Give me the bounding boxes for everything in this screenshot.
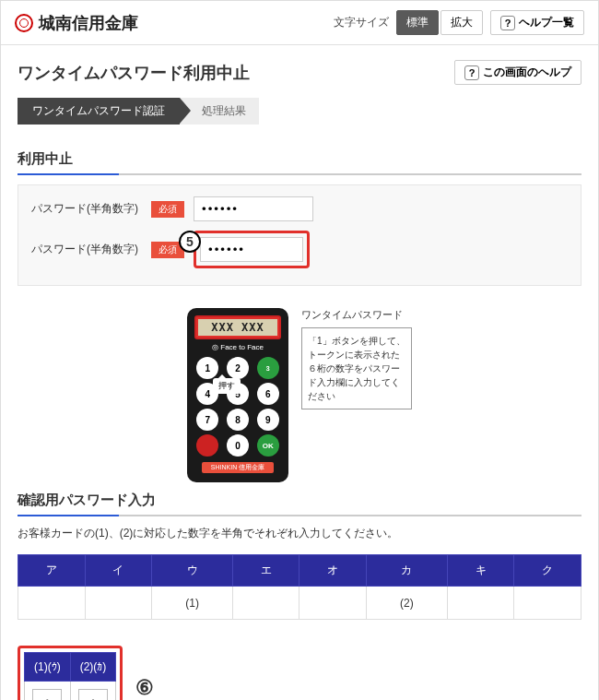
font-standard-button[interactable]: 標準 <box>396 10 439 35</box>
password-row-1: パスワード(半角数字) 必須 <box>31 196 568 221</box>
token-brand: ◎ Face to Face <box>194 343 281 351</box>
token-device: XXX XXX ◎ Face to Face 1 2 3 4 5 6 7 8 9… <box>187 308 288 482</box>
kana-header: ウ <box>152 555 233 587</box>
confirm-input-1[interactable] <box>32 689 62 700</box>
password-label-1: パスワード(半角数字) <box>31 201 142 217</box>
bank-name: 城南信用金庫 <box>39 12 138 34</box>
logo-icon <box>15 14 33 32</box>
token-key-9: 9 <box>257 409 279 431</box>
kana-header: ク <box>514 555 581 587</box>
confirm-instruction: お客様カードの(1)、(2)に対応した数字を半角でそれぞれ入力してください。 <box>18 526 581 541</box>
section-title-confirm: 確認用パスワード入力 <box>18 492 581 516</box>
token-display-frame: XXX XXX <box>194 315 281 339</box>
kana-header: ア <box>18 555 86 587</box>
password-form: パスワード(半角数字) 必須 パスワード(半角数字) 必須 5 <box>18 184 581 286</box>
kana-cell <box>18 587 86 620</box>
token-key-1: 1 <box>196 357 218 379</box>
required-badge: 必須 <box>151 201 184 218</box>
kana-cell <box>514 587 581 620</box>
token-note: ワンタイムパスワード 「1」ボタンを押して、トークンに表示された６桁の数字をパス… <box>301 308 412 482</box>
token-keypad: 1 2 3 4 5 6 7 8 9 0 OK <box>194 357 281 457</box>
otp-input[interactable] <box>200 237 303 262</box>
section-title-stop: 利用中止 <box>18 150 581 175</box>
kana-cell <box>447 587 514 620</box>
token-key-cancel <box>196 434 218 457</box>
kana-header: エ <box>232 555 300 587</box>
help-list-button[interactable]: ?ヘルプ一覧 <box>490 10 584 35</box>
highlight-frame-5 <box>194 231 310 268</box>
confirm-header-1: (1)(ｳ) <box>25 653 71 682</box>
kana-cell <box>232 587 300 620</box>
kana-header: オ <box>300 555 367 587</box>
question-icon: ? <box>464 65 479 80</box>
highlight-frame-6: (1)(ｳ) (2)(ｶ) <box>18 646 123 700</box>
confirm-table: (1)(ｳ) (2)(ｶ) <box>24 652 116 700</box>
password-row-2: パスワード(半角数字) 必須 5 <box>31 231 568 268</box>
kana-cell: (1) <box>152 587 233 620</box>
token-note-title: ワンタイムパスワード <box>301 308 412 322</box>
confirm-header-2: (2)(ｶ) <box>70 653 116 682</box>
logo: 城南信用金庫 <box>15 12 138 34</box>
page-help-button[interactable]: ?この画面のヘルプ <box>454 60 581 85</box>
step-5-annotation: 5 <box>179 231 201 253</box>
token-badge: SHINKIN 信用金庫 <box>202 462 274 473</box>
kana-header: キ <box>447 555 514 587</box>
kana-cell <box>300 587 367 620</box>
token-note-body: 「1」ボタンを押して、トークンに表示された６桁の数字をパスワード入力欄に入力して… <box>301 327 412 409</box>
token-key-6: 6 <box>257 383 279 405</box>
confirm-panel: (1)(ｳ) (2)(ｶ) ⑥ <box>18 646 581 700</box>
token-section: XXX XXX ◎ Face to Face 1 2 3 4 5 6 7 8 9… <box>18 308 581 482</box>
font-size-label: 文字サイズ <box>334 15 389 30</box>
token-display: XXX XXX <box>196 317 279 338</box>
page-title: ワンタイムパスワード利用中止 <box>18 62 250 84</box>
kana-cell <box>85 587 152 620</box>
confirm-input-2[interactable] <box>78 689 108 700</box>
token-key-2: 2 <box>227 357 249 379</box>
breadcrumb: ワンタイムパスワード認証 処理結果 <box>18 98 581 125</box>
kana-cell: (2) <box>367 587 448 620</box>
kana-table: ア イ ウ エ オ カ キ ク (1) (2) <box>18 554 581 620</box>
token-key-0: 0 <box>227 434 249 457</box>
step-inactive: 処理結果 <box>180 98 259 125</box>
token-key-7: 7 <box>196 409 218 431</box>
token-balloon: 押す <box>213 378 241 394</box>
token-key-ok: OK <box>257 434 279 457</box>
token-key-8: 8 <box>227 409 249 431</box>
password-input-1[interactable] <box>194 196 313 221</box>
password-label-2: パスワード(半角数字) <box>31 242 142 257</box>
kana-header: イ <box>85 555 152 587</box>
token-key-3: 3 <box>257 357 279 379</box>
header: 城南信用金庫 文字サイズ 標準 拡大 ?ヘルプ一覧 <box>1 1 598 45</box>
question-icon: ? <box>500 16 515 30</box>
kana-header: カ <box>367 555 448 587</box>
step-active: ワンタイムパスワード認証 <box>18 98 180 125</box>
step-6-annotation: ⑥ <box>135 676 154 700</box>
font-large-button[interactable]: 拡大 <box>440 10 483 35</box>
